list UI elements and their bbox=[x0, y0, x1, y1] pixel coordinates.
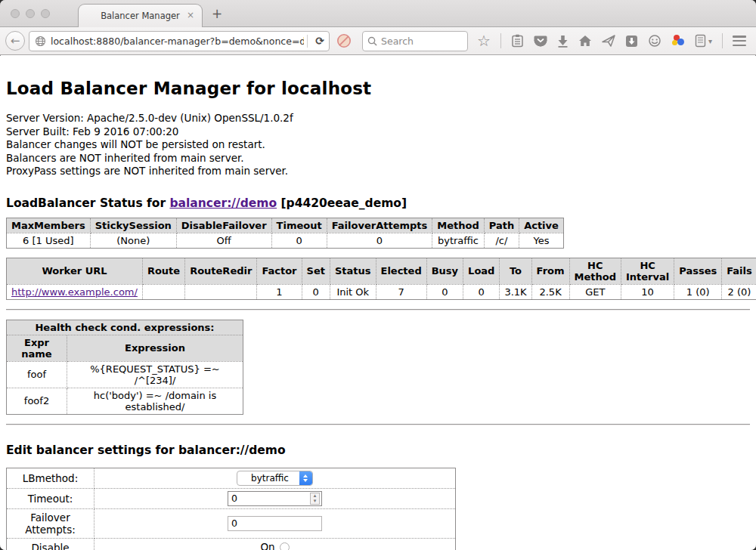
health-check-table: Health check cond. expressions: Expr nam… bbox=[6, 320, 243, 415]
clipboard-icon[interactable] bbox=[511, 34, 524, 48]
toolbar-icons: ☆ bbox=[477, 33, 756, 48]
number-spinner-icon[interactable]: ▴▾ bbox=[310, 493, 320, 505]
navigation-toolbar: ← localhost:8880/balancer-manager?b=demo… bbox=[0, 27, 756, 55]
window-minimize-button[interactable] bbox=[26, 9, 35, 18]
downloads-icon[interactable] bbox=[557, 35, 569, 48]
tab-bar: Balancer Manager × + bbox=[0, 0, 756, 27]
bookmark-star-icon[interactable]: ☆ bbox=[477, 33, 491, 48]
save-to-device-icon[interactable] bbox=[625, 35, 638, 48]
window-close-button[interactable] bbox=[11, 9, 20, 18]
failover-attempts-label: Failover Attempts: bbox=[7, 508, 94, 538]
divider bbox=[6, 424, 750, 425]
reload-icon[interactable]: ⟳ bbox=[311, 35, 329, 47]
balancer-summary-table: MaxMembers StickySession DisableFailover… bbox=[6, 218, 564, 249]
timeout-input[interactable]: 0 ▴▾ bbox=[228, 491, 322, 506]
colored-dots-extension-icon[interactable] bbox=[671, 34, 685, 48]
select-stepper-icon bbox=[299, 471, 312, 485]
radio-on-unchecked[interactable] bbox=[280, 542, 290, 550]
back-button[interactable]: ← bbox=[5, 31, 25, 51]
divider bbox=[6, 309, 750, 311]
page-title: Load Balancer Manager for localhost bbox=[6, 79, 750, 98]
page-content: Load Balancer Manager for localhost Serv… bbox=[0, 56, 756, 550]
lbmethod-select[interactable]: bytraffic bbox=[237, 471, 313, 486]
table-row: foof2 hc('body') =~ /domain is establish… bbox=[7, 388, 243, 414]
globe-icon bbox=[35, 36, 46, 47]
proxypass-note-line: ProxyPass settings are NOT inherited fro… bbox=[6, 165, 750, 178]
feedback-smiley-icon[interactable] bbox=[648, 35, 662, 48]
new-tab-button[interactable]: + bbox=[212, 6, 222, 21]
url-bar[interactable]: localhost:8880/balancer-manager?b=demo&n… bbox=[29, 31, 330, 51]
server-version-line: Server Version: Apache/2.5.0-dev (Unix) … bbox=[6, 112, 750, 125]
tab-title: Balancer Manager bbox=[101, 11, 180, 21]
notes-extension-icon[interactable]: ▾ bbox=[695, 34, 712, 48]
worker-url-link[interactable]: http://www.example.com/ bbox=[11, 286, 138, 298]
table-row: http://www.example.com/ 1 0 Init Ok 7 0 … bbox=[7, 284, 756, 299]
timeout-label: Timeout: bbox=[7, 488, 94, 508]
table-row: foof %{REQUEST_STATUS} =~ /^[234]/ bbox=[7, 361, 243, 388]
menu-hamburger-icon[interactable] bbox=[733, 36, 746, 46]
balancer-demo-link[interactable]: balancer://demo bbox=[169, 196, 277, 210]
pocket-icon[interactable] bbox=[534, 35, 547, 48]
tab-balancer-manager[interactable]: Balancer Manager × bbox=[78, 4, 203, 27]
worker-table: Worker URL Route RouteRedir Factor Set S… bbox=[6, 258, 756, 300]
search-bar[interactable]: Search bbox=[362, 31, 468, 51]
disable-failover-label: Disable Failover: bbox=[7, 538, 94, 550]
edit-balancer-heading: Edit balancer settings for balancer://de… bbox=[6, 443, 750, 457]
failover-attempts-input[interactable]: 0 bbox=[228, 516, 322, 531]
search-placeholder: Search bbox=[381, 36, 414, 47]
server-built-line: Server Built: Feb 9 2016 07:00:20 bbox=[6, 125, 750, 139]
chevron-down-icon[interactable]: ▾ bbox=[708, 37, 712, 45]
send-plane-icon[interactable] bbox=[602, 35, 615, 47]
loadbalancer-status-heading: LoadBalancer Status for balancer://demo … bbox=[6, 196, 750, 210]
health-table-title: Health check cond. expressions: bbox=[7, 320, 243, 335]
window-zoom-button[interactable] bbox=[41, 9, 50, 18]
persist-note-line: Balancer changes will NOT be persisted o… bbox=[6, 138, 750, 152]
tab-close-icon[interactable]: × bbox=[187, 11, 194, 20]
inherit-note-line: Balancers are NOT inherited from main se… bbox=[6, 152, 750, 165]
browser-window: Balancer Manager × + ← localhost:8880/ba… bbox=[0, 0, 756, 550]
edit-balancer-form: LBmethod: bytraffic Timeout: 0 ▴▾ bbox=[6, 468, 456, 550]
home-icon[interactable] bbox=[578, 35, 592, 47]
adblock-disabled-icon[interactable] bbox=[336, 33, 352, 48]
table-row: 6 [1 Used] (None) Off 0 0 bytraffic /c/ … bbox=[7, 233, 564, 248]
disable-failover-on-option: On bbox=[98, 541, 451, 550]
url-text[interactable]: localhost:8880/balancer-manager?b=demo&n… bbox=[51, 36, 304, 47]
search-icon bbox=[367, 36, 377, 46]
server-info: Server Version: Apache/2.5.0-dev (Unix) … bbox=[6, 112, 750, 178]
lbmethod-label: LBmethod: bbox=[7, 468, 94, 488]
